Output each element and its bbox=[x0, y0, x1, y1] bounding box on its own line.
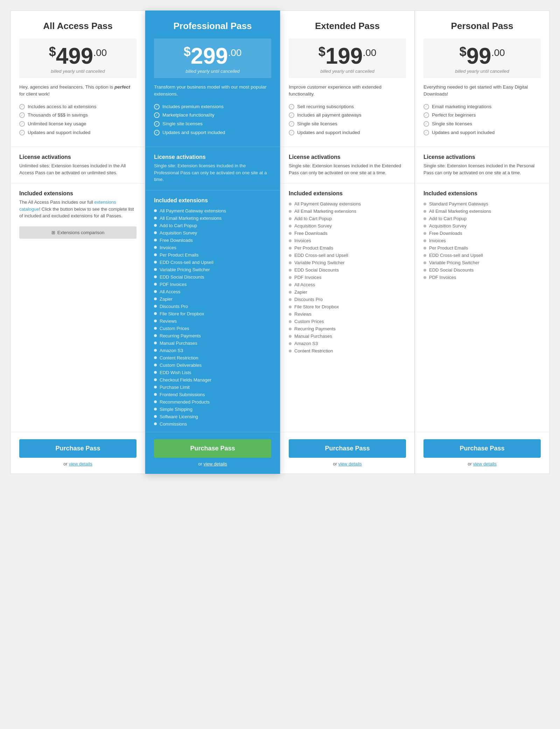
extension-name: Acquisition Survey bbox=[294, 223, 332, 229]
extensions-intro-all-access: The All Access Pass includes our full ex… bbox=[11, 199, 145, 224]
plan-footer-all-access: Purchase Passor view details bbox=[11, 432, 145, 474]
price-period-personal: billed yearly until cancelled bbox=[429, 69, 535, 74]
bullet-icon bbox=[154, 364, 157, 366]
extension-item: Acquisition Survey bbox=[289, 222, 406, 230]
extensions-title-personal: Included extensions bbox=[415, 186, 549, 199]
extension-name: Standard Payment Gateways bbox=[429, 201, 488, 206]
bullet-icon bbox=[289, 350, 292, 352]
feature-item: Single site licenses bbox=[154, 121, 271, 127]
bullet-icon bbox=[424, 203, 426, 205]
bullet-icon bbox=[154, 290, 157, 293]
extension-name: Recurring Payments bbox=[294, 326, 336, 331]
check-icon bbox=[19, 121, 25, 127]
extension-name: Per Product Emails bbox=[294, 245, 333, 251]
feature-text: Perfect for beginners bbox=[432, 112, 476, 119]
purchase-button-extended[interactable]: Purchase Pass bbox=[289, 439, 406, 458]
extension-item: Frontend Submissions bbox=[154, 391, 271, 398]
check-icon bbox=[424, 104, 429, 110]
check-icon bbox=[19, 112, 25, 118]
view-details-link-personal[interactable]: view details bbox=[473, 461, 496, 467]
extension-name: Simple Shipping bbox=[160, 407, 192, 412]
feature-text: Single site licenses bbox=[432, 121, 472, 127]
bullet-icon bbox=[424, 239, 426, 242]
plan-name-personal: Personal Pass bbox=[424, 21, 541, 31]
extension-item: Per Product Emails bbox=[154, 251, 271, 259]
purchase-button-personal[interactable]: Purchase Pass bbox=[424, 439, 541, 458]
bullet-icon bbox=[154, 393, 157, 396]
feature-text: Updates and support included bbox=[432, 129, 495, 136]
extension-item: PDF Invoices bbox=[154, 281, 271, 288]
bullet-icon bbox=[154, 217, 157, 219]
extension-name: Recurring Payments bbox=[160, 333, 201, 338]
plan-header-personal: Personal Pass bbox=[415, 11, 549, 38]
plan-name-extended: Extended Pass bbox=[289, 21, 406, 31]
comparison-icon: ⊞ bbox=[51, 230, 55, 235]
plan-footer-extended: Purchase Passor view details bbox=[280, 432, 414, 474]
extension-name: Free Downloads bbox=[160, 238, 193, 243]
extension-item: PDF Invoices bbox=[289, 274, 406, 281]
extension-name: Per Product Emails bbox=[429, 245, 468, 251]
extensions-list-personal: Standard Payment GatewaysAll Email Marke… bbox=[415, 199, 549, 318]
bullet-icon bbox=[289, 217, 292, 220]
plan-personal: Personal Pass$99.00billed yearly until c… bbox=[415, 10, 550, 474]
bullet-icon bbox=[424, 269, 426, 272]
price-period-extended: billed yearly until cancelled bbox=[294, 69, 400, 74]
pricing-table: All Access Pass$499.00billed yearly unti… bbox=[10, 10, 550, 474]
extension-item: EDD Wish Lists bbox=[154, 369, 271, 376]
extension-name: Reviews bbox=[160, 318, 177, 324]
view-details-link-professional[interactable]: view details bbox=[203, 461, 227, 467]
extension-item: Variable Pricing Switcher bbox=[154, 266, 271, 273]
feature-item: Includes access to all extensions bbox=[19, 104, 136, 110]
plan-header-professional: Professional Pass bbox=[146, 11, 280, 38]
view-details-link-extended[interactable]: view details bbox=[338, 461, 362, 467]
purchase-button-professional[interactable]: Purchase Pass bbox=[154, 439, 271, 458]
bullet-icon bbox=[424, 247, 426, 250]
extension-item: Zapier bbox=[154, 295, 271, 303]
plan-features-extended: Sell recurring subscriptionsIncludes all… bbox=[280, 104, 414, 144]
extension-name: Custom Deliverables bbox=[160, 363, 202, 368]
plan-header-extended: Extended Pass bbox=[280, 11, 414, 38]
extension-name: Recommended Products bbox=[160, 399, 210, 405]
check-icon bbox=[289, 121, 294, 127]
extension-item: Per Product Emails bbox=[289, 244, 406, 252]
plan-description-personal: Everything needed to get started with Ea… bbox=[415, 84, 549, 104]
bullet-icon bbox=[154, 356, 157, 359]
extension-item: Zapier bbox=[289, 288, 406, 296]
feature-item: Marketplace functionality bbox=[154, 112, 271, 119]
feature-text: Single site licenses bbox=[162, 121, 203, 127]
extension-name: Discounts Pro bbox=[294, 297, 323, 302]
extension-item: Add to Cart Popup bbox=[154, 222, 271, 229]
plan-name-professional: Professional Pass bbox=[154, 21, 271, 31]
extension-name: Custom Prices bbox=[294, 319, 324, 324]
extension-item: EDD Cross-sell and Upsell bbox=[289, 252, 406, 259]
bullet-icon bbox=[424, 217, 426, 220]
extension-name: EDD Cross-sell and Upsell bbox=[429, 253, 483, 258]
bullet-icon bbox=[289, 313, 292, 316]
extension-item: Discounts Pro bbox=[289, 296, 406, 303]
purchase-button-all-access[interactable]: Purchase Pass bbox=[19, 439, 136, 458]
license-text-personal: Single site: Extension licenses included… bbox=[415, 162, 549, 180]
feature-text: Unlimited license key usage bbox=[28, 121, 86, 127]
extensions-title-all-access: Included extensions bbox=[11, 186, 145, 199]
view-details-all-access: or view details bbox=[19, 461, 136, 467]
extension-item: Add to Cart Popup bbox=[289, 215, 406, 222]
extension-name: Zapier bbox=[294, 289, 307, 295]
bullet-icon bbox=[154, 334, 157, 337]
view-details-extended: or view details bbox=[289, 461, 406, 467]
bullet-icon bbox=[424, 276, 426, 279]
extension-item: EDD Social Discounts bbox=[424, 266, 541, 274]
bullet-icon bbox=[154, 371, 157, 374]
bullet-icon bbox=[289, 203, 292, 205]
price-amount-all-access: $499.00 bbox=[25, 45, 131, 67]
bullet-icon bbox=[289, 269, 292, 272]
extension-item: Recurring Payments bbox=[289, 325, 406, 332]
view-details-link-all-access[interactable]: view details bbox=[69, 461, 92, 467]
extension-item: Reviews bbox=[289, 310, 406, 318]
plan-features-professional: Includes premium extensionsMarketplace f… bbox=[146, 104, 280, 144]
bullet-icon bbox=[154, 297, 157, 300]
comparison-button-all-access[interactable]: ⊞ Extensions comparison bbox=[19, 226, 136, 239]
extension-name: Acquisition Survey bbox=[429, 223, 467, 229]
extensions-catalogue-link[interactable]: extensions catalogue bbox=[19, 199, 116, 212]
check-icon bbox=[19, 104, 25, 110]
extension-item: All Payment Gateway extensions bbox=[154, 207, 271, 215]
